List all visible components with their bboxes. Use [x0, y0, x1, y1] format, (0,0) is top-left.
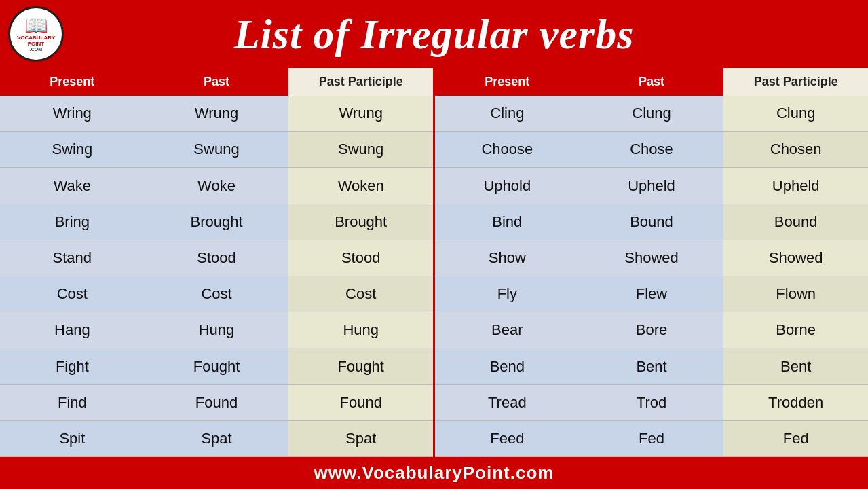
left-table-row: SwingSwungSwung	[0, 132, 433, 168]
table-cell: Swing	[0, 132, 145, 168]
table-cell: Clung	[723, 96, 868, 132]
table-cell: Stand	[0, 240, 145, 276]
right-table-row: ChooseChoseChosen	[435, 132, 868, 168]
table-cell: Wrung	[288, 96, 433, 132]
right-table-row: TreadTrodTrodden	[435, 385, 868, 421]
page-title: List of Irregular verbs	[64, 10, 860, 58]
left-past-header: Past	[145, 68, 289, 96]
table-cell: Flew	[580, 276, 724, 312]
table-cell: Spit	[0, 421, 145, 457]
table-cell: Upheld	[580, 168, 724, 204]
table-cell: Stood	[288, 240, 433, 276]
table-cell: Bring	[0, 204, 145, 240]
table-cell: Woken	[288, 168, 433, 204]
right-participle-header: Past Participle	[723, 68, 868, 96]
table-cell: Swung	[288, 132, 433, 168]
left-table-row: FindFoundFound	[0, 385, 433, 421]
table-cell: Bore	[580, 312, 724, 348]
table-cell: Hang	[0, 312, 145, 348]
table-cell: Uphold	[435, 168, 580, 204]
table-cell: Fought	[145, 348, 289, 384]
logo-text: VOCABULARYPOINT	[17, 35, 55, 48]
table-cell: Bent	[723, 348, 868, 384]
right-table-row: FlyFlewFlown	[435, 276, 868, 312]
table-cell: Feed	[435, 421, 580, 457]
table-cell: Found	[288, 385, 433, 421]
header: 📖 VOCABULARYPOINT .COM List of Irregular…	[0, 0, 868, 68]
table-cell: Wrung	[145, 96, 289, 132]
table-cell: Bend	[435, 348, 580, 384]
table-cell: Borne	[723, 312, 868, 348]
right-table: Present Past Past Participle ClingClungC…	[433, 68, 868, 457]
table-cell: Chose	[580, 132, 724, 168]
logo-dot: .COM	[30, 47, 42, 52]
table-cell: Bound	[580, 204, 724, 240]
table-cell: Fly	[435, 276, 580, 312]
table-cell: Clung	[580, 96, 724, 132]
table-cell: Brought	[145, 204, 289, 240]
table-cell: Cling	[435, 96, 580, 132]
left-table-row: BringBroughtBrought	[0, 204, 433, 240]
left-present-header: Present	[0, 68, 145, 96]
table-cell: Hung	[145, 312, 289, 348]
table-cell: Cost	[288, 276, 433, 312]
table-cell: Woke	[145, 168, 289, 204]
table-cell: Cost	[0, 276, 145, 312]
main-container: 📖 VOCABULARYPOINT .COM List of Irregular…	[0, 0, 868, 489]
right-table-row: BearBoreBorne	[435, 312, 868, 348]
left-col-headers: Present Past Past Participle	[0, 68, 433, 96]
logo: 📖 VOCABULARYPOINT .COM	[8, 6, 64, 62]
table-cell: Bound	[723, 204, 868, 240]
left-data-rows: WringWrungWrungSwingSwungSwungWakeWokeWo…	[0, 96, 433, 457]
table-cell: Swung	[145, 132, 289, 168]
table-cell: Cost	[145, 276, 289, 312]
left-table: Present Past Past Participle WringWrungW…	[0, 68, 433, 457]
table-cell: Bear	[435, 312, 580, 348]
table-cell: Fought	[288, 348, 433, 384]
right-present-header: Present	[435, 68, 580, 96]
left-table-row: StandStoodStood	[0, 240, 433, 276]
right-table-row: BindBoundBound	[435, 204, 868, 240]
table-cell: Bind	[435, 204, 580, 240]
table-cell: Choose	[435, 132, 580, 168]
right-table-row: UpholdUpheldUpheld	[435, 168, 868, 204]
table-cell: Find	[0, 385, 145, 421]
table-cell: Showed	[723, 240, 868, 276]
right-table-row: ClingClungClung	[435, 96, 868, 132]
right-table-row: ShowShowedShowed	[435, 240, 868, 276]
table-cell: Showed	[580, 240, 724, 276]
table-cell: Hung	[288, 312, 433, 348]
table-cell: Tread	[435, 385, 580, 421]
logo-icon: 📖	[24, 16, 48, 35]
right-past-header: Past	[580, 68, 724, 96]
footer-text: www.VocabularyPoint.com	[314, 463, 554, 483]
table-cell: Fed	[580, 421, 724, 457]
left-participle-header: Past Participle	[288, 68, 433, 96]
table-cell: Show	[435, 240, 580, 276]
left-table-row: CostCostCost	[0, 276, 433, 312]
table-cell: Found	[145, 385, 289, 421]
table-cell: Brought	[288, 204, 433, 240]
right-col-headers: Present Past Past Participle	[435, 68, 868, 96]
left-table-row: WringWrungWrung	[0, 96, 433, 132]
table-area: Present Past Past Participle WringWrungW…	[0, 68, 868, 457]
table-cell: Spat	[288, 421, 433, 457]
table-cell: Chosen	[723, 132, 868, 168]
table-cell: Fight	[0, 348, 145, 384]
table-wrapper: Present Past Past Participle WringWrungW…	[0, 68, 868, 457]
left-table-row: SpitSpatSpat	[0, 421, 433, 457]
right-data-rows: ClingClungClungChooseChoseChosenUpholdUp…	[435, 96, 868, 457]
table-cell: Trod	[580, 385, 724, 421]
table-cell: Fed	[723, 421, 868, 457]
table-cell: Stood	[145, 240, 289, 276]
table-cell: Wring	[0, 96, 145, 132]
table-cell: Bent	[580, 348, 724, 384]
left-table-row: FightFoughtFought	[0, 348, 433, 384]
table-cell: Trodden	[723, 385, 868, 421]
left-table-row: WakeWokeWoken	[0, 168, 433, 204]
table-cell: Spat	[145, 421, 289, 457]
table-cell: Upheld	[723, 168, 868, 204]
right-table-row: FeedFedFed	[435, 421, 868, 457]
right-table-row: BendBentBent	[435, 348, 868, 384]
table-cell: Wake	[0, 168, 145, 204]
